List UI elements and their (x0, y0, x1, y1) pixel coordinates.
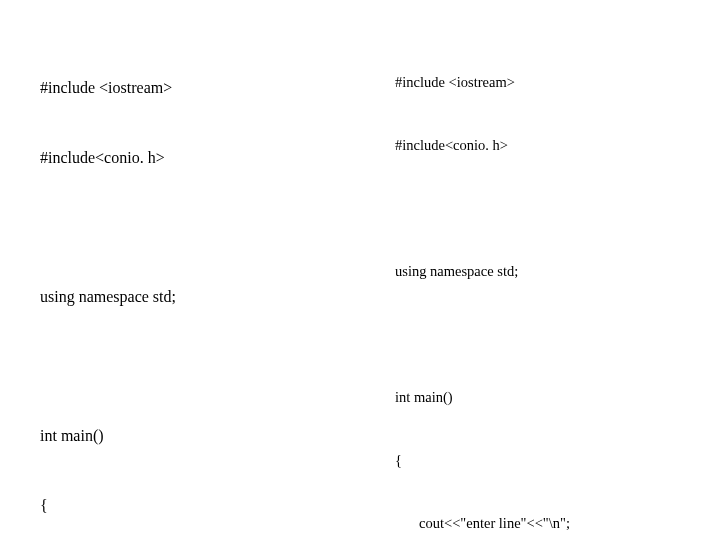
code-line: cout<<"enter line"<<"\n"; (395, 513, 690, 534)
code-line: int main() (395, 387, 690, 408)
code-line: #include <iostream> (40, 76, 335, 99)
code-line: #include<conio. h> (40, 146, 335, 169)
slide: #include <iostream> #include<conio. h> u… (0, 0, 720, 540)
code-line: using namespace std; (395, 261, 690, 282)
code-line: #include <iostream> (395, 72, 690, 93)
blank-line (40, 216, 335, 239)
code-line: using namespace std; (40, 285, 335, 308)
code-line: { (395, 450, 690, 471)
code-line: int main() (40, 424, 335, 447)
code-column-right: #include <iostream> #include<conio. h> u… (395, 30, 690, 520)
code-column-left: #include <iostream> #include<conio. h> u… (40, 30, 335, 520)
code-line: #include<conio. h> (395, 135, 690, 156)
blank-line (40, 355, 335, 378)
blank-line (395, 324, 690, 345)
code-line: { (40, 494, 335, 517)
blank-line (395, 198, 690, 219)
